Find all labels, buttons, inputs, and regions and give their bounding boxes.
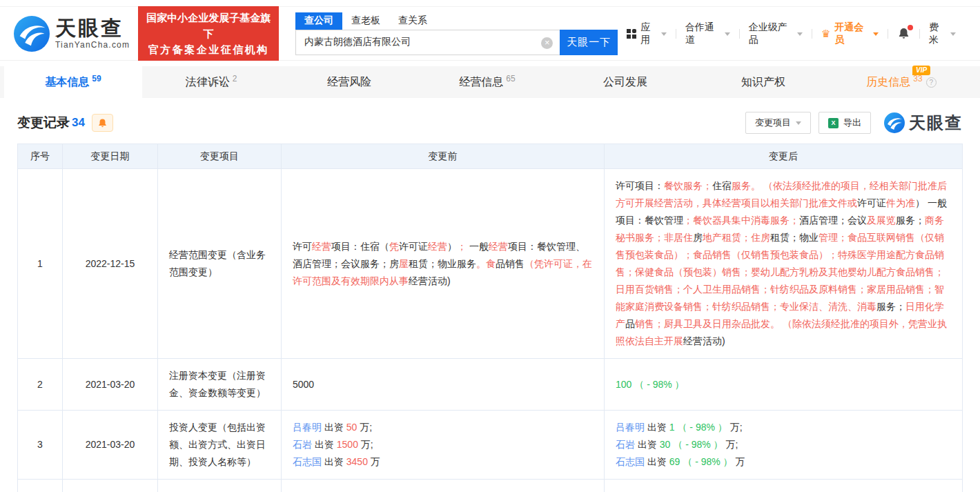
tab-basic[interactable]: 基本信息59 <box>4 66 142 98</box>
tab-ip[interactable]: 知识产权 <box>694 66 832 98</box>
person-link[interactable]: 石岩 <box>293 439 312 450</box>
change-before: 吕春明 出资 50 万;石岩 出资 1500 万;石志国 出资 3450 万 <box>282 411 605 480</box>
col-header-after: 变更后 <box>605 144 963 169</box>
section-title: 变更记录 <box>17 114 70 132</box>
person-link[interactable]: 石志国 <box>293 456 322 467</box>
change-after: 100 （ - 98% ） <box>605 359 963 411</box>
row-index: 2 <box>18 359 63 411</box>
notification-dot <box>908 25 913 30</box>
bell-icon <box>97 118 108 128</box>
change-date: 2022-12-15 <box>63 169 158 359</box>
tianyancha-logo-icon <box>14 16 50 52</box>
tab-count: 65 <box>506 74 515 83</box>
chevron-down-icon <box>797 32 803 39</box>
person-link[interactable]: 吕春明 <box>616 422 645 433</box>
nav-open-vip[interactable]: ♛ 开通会员 <box>812 21 888 46</box>
tab-lawsuit[interactable]: 法律诉讼2 <box>142 66 280 98</box>
section-head: 变更记录 34 变更项目 X 导出 天眼查 <box>17 112 963 134</box>
tab-count: 33 <box>913 74 922 83</box>
tianyancha-logo[interactable]: 天眼查 TianYanCha.com <box>14 16 130 52</box>
tab-history[interactable]: 历史信息33VIP? <box>832 66 970 98</box>
person-link[interactable]: 石志国 <box>616 456 645 467</box>
tab-count: 2 <box>233 74 237 83</box>
crown-icon: ♛ <box>821 28 830 40</box>
chevron-down-icon <box>950 32 956 39</box>
search-input[interactable] <box>296 30 560 55</box>
change-records-table: 序号 变更日期 变更项目 变更前 变更后 12022-12-15经营范围变更（含… <box>17 144 963 492</box>
row-index: 3 <box>18 411 63 480</box>
watermark-text: 天眼查 <box>909 112 963 134</box>
search-button[interactable]: 天眼一下 <box>560 30 618 55</box>
col-header-before: 变更前 <box>282 144 605 169</box>
chevron-down-icon <box>725 32 730 39</box>
chevron-down-icon <box>661 32 667 39</box>
vip-badge: VIP <box>912 66 930 75</box>
table-row: 22021-03-20注册资本变更（注册资金、资金数额等变更）5000100 （… <box>18 359 963 411</box>
company-tabbar: 基本信息59法律诉讼2经营风险经营信息65公司发展知识产权历史信息33VIP? <box>0 66 980 98</box>
subscribe-bell-button[interactable] <box>92 114 113 132</box>
change-item: 注册资本变更（注册资金、资金数额等变更） <box>158 359 282 411</box>
search-tab-company[interactable]: 查公司 <box>295 12 342 30</box>
change-before: 许可经营项目：住宿（凭许可证经营）； 一般经营项目：餐饮管理、酒店管理；会议服务… <box>282 169 605 359</box>
change-after: 许可项目：餐饮服务；住宿服务。 （依法须经批准的项目，经相关部门批准后方可开展经… <box>605 169 963 359</box>
col-header-item: 变更项目 <box>158 144 282 169</box>
help-icon[interactable]: ? <box>926 77 937 88</box>
excel-icon: X <box>828 118 839 128</box>
certification-badge: 国家中小企业发展子基金旗下 官方备案企业征信机构 <box>138 6 279 61</box>
change-date: 2021-03-20 <box>63 359 158 411</box>
nav-apps[interactable]: 应用 <box>618 21 676 46</box>
row-index: 1 <box>18 169 63 359</box>
badge-line1: 国家中小企业发展子基金旗下 <box>144 10 273 42</box>
search-tabs: 查公司 查老板 查关系 <box>295 12 618 30</box>
chevron-down-icon <box>796 121 801 128</box>
change-records: 序号 变更日期 变更项目 变更前 变更后 12022-12-15经营范围变更（含… <box>17 144 963 492</box>
search-tab-relation[interactable]: 查关系 <box>389 12 436 30</box>
person-link[interactable]: 吕春明 <box>293 422 322 433</box>
change-after: 吕春明 出资 1 （ - 98% ） 万;石岩 出资 30 （ - 98% ） … <box>605 411 963 480</box>
table-header-row: 序号 变更日期 变更项目 变更前 变更后 <box>18 144 963 169</box>
nav-notifications[interactable] <box>888 27 919 40</box>
nav-user[interactable]: 费米 <box>920 21 965 46</box>
tab-risk[interactable]: 经营风险 <box>280 66 418 98</box>
change-item: 投资人变更（包括出资额、出资方式、出资日期、投资人名称等） <box>158 411 282 480</box>
nav-enterprise[interactable]: 企业级产品 <box>740 21 812 46</box>
col-header-index: 序号 <box>18 144 63 169</box>
top-nav: 应用 合作通道 企业级产品 ♛ 开通会员 <box>618 21 965 46</box>
search-area: 查公司 查老板 查关系 × 天眼一下 <box>295 12 618 55</box>
table-row: 32021-03-20投资人变更（包括出资额、出资方式、出资日期、投资人名称等）… <box>18 411 963 480</box>
export-button[interactable]: X 导出 <box>819 112 871 134</box>
clear-icon[interactable]: × <box>541 37 553 49</box>
chevron-down-icon <box>873 32 879 39</box>
table-row <box>18 480 963 492</box>
tianyancha-watermark: 天眼查 <box>884 112 963 134</box>
apps-grid-icon <box>627 29 636 39</box>
change-before: 5000 <box>282 359 605 411</box>
badge-line2: 官方备案企业征信机构 <box>144 41 273 57</box>
tab-count: 59 <box>92 74 101 83</box>
table-row: 12022-12-15经营范围变更（含业务范围变更）许可经营项目：住宿（凭许可证… <box>18 169 963 359</box>
nav-partner[interactable]: 合作通道 <box>676 21 739 46</box>
brand-domain: TianYanCha.com <box>55 40 130 50</box>
change-date: 2021-03-20 <box>63 411 158 480</box>
brand-name: 天眼查 <box>55 17 130 39</box>
tianyancha-logo-icon <box>884 112 905 133</box>
search-tab-boss[interactable]: 查老板 <box>342 12 389 30</box>
tab-development[interactable]: 公司发展 <box>556 66 694 98</box>
change-item-filter-button[interactable]: 变更项目 <box>745 112 811 134</box>
tab-operating[interactable]: 经营信息65 <box>418 66 556 98</box>
person-link[interactable]: 石岩 <box>616 439 635 450</box>
change-item: 经营范围变更（含业务范围变更） <box>158 169 282 359</box>
section-count: 34 <box>72 116 85 130</box>
site-header: 天眼查 TianYanCha.com 国家中小企业发展子基金旗下 官方备案企业征… <box>0 0 980 61</box>
col-header-date: 变更日期 <box>63 144 158 169</box>
